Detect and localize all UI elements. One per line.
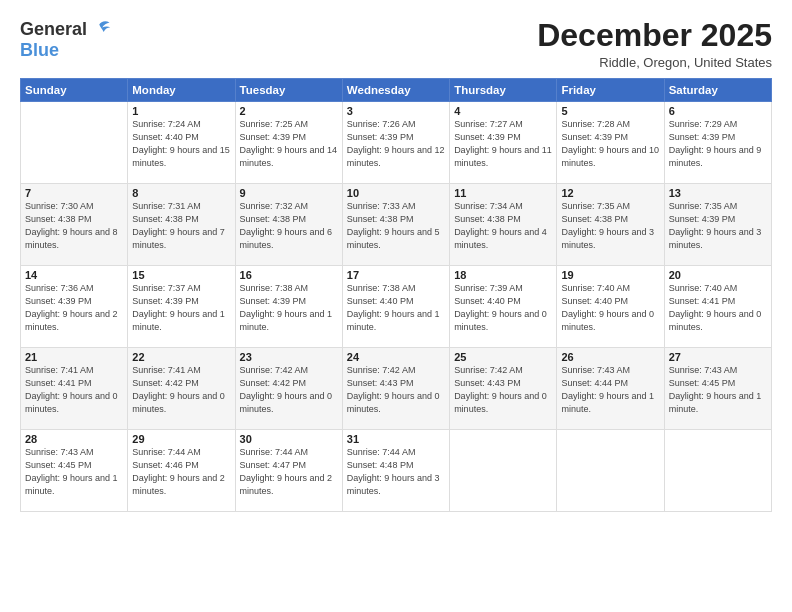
day-info: Sunrise: 7:42 AMSunset: 4:43 PMDaylight:… bbox=[454, 364, 552, 416]
table-row: 21Sunrise: 7:41 AMSunset: 4:41 PMDayligh… bbox=[21, 348, 128, 430]
table-row bbox=[664, 430, 771, 512]
logo-general-text: General bbox=[20, 19, 87, 40]
calendar-week-row: 1Sunrise: 7:24 AMSunset: 4:40 PMDaylight… bbox=[21, 102, 772, 184]
table-row: 22Sunrise: 7:41 AMSunset: 4:42 PMDayligh… bbox=[128, 348, 235, 430]
day-info: Sunrise: 7:40 AMSunset: 4:41 PMDaylight:… bbox=[669, 282, 767, 334]
table-row: 30Sunrise: 7:44 AMSunset: 4:47 PMDayligh… bbox=[235, 430, 342, 512]
day-info: Sunrise: 7:35 AMSunset: 4:39 PMDaylight:… bbox=[669, 200, 767, 252]
table-row: 15Sunrise: 7:37 AMSunset: 4:39 PMDayligh… bbox=[128, 266, 235, 348]
day-info: Sunrise: 7:29 AMSunset: 4:39 PMDaylight:… bbox=[669, 118, 767, 170]
table-row: 23Sunrise: 7:42 AMSunset: 4:42 PMDayligh… bbox=[235, 348, 342, 430]
day-info: Sunrise: 7:24 AMSunset: 4:40 PMDaylight:… bbox=[132, 118, 230, 170]
day-number: 20 bbox=[669, 269, 767, 281]
day-number: 1 bbox=[132, 105, 230, 117]
day-info: Sunrise: 7:38 AMSunset: 4:40 PMDaylight:… bbox=[347, 282, 445, 334]
table-row: 26Sunrise: 7:43 AMSunset: 4:44 PMDayligh… bbox=[557, 348, 664, 430]
table-row bbox=[450, 430, 557, 512]
day-number: 11 bbox=[454, 187, 552, 199]
table-row: 7Sunrise: 7:30 AMSunset: 4:38 PMDaylight… bbox=[21, 184, 128, 266]
day-info: Sunrise: 7:41 AMSunset: 4:41 PMDaylight:… bbox=[25, 364, 123, 416]
header-thursday: Thursday bbox=[450, 79, 557, 102]
day-info: Sunrise: 7:32 AMSunset: 4:38 PMDaylight:… bbox=[240, 200, 338, 252]
day-info: Sunrise: 7:42 AMSunset: 4:42 PMDaylight:… bbox=[240, 364, 338, 416]
table-row bbox=[557, 430, 664, 512]
table-row: 20Sunrise: 7:40 AMSunset: 4:41 PMDayligh… bbox=[664, 266, 771, 348]
table-row: 31Sunrise: 7:44 AMSunset: 4:48 PMDayligh… bbox=[342, 430, 449, 512]
day-info: Sunrise: 7:42 AMSunset: 4:43 PMDaylight:… bbox=[347, 364, 445, 416]
day-number: 31 bbox=[347, 433, 445, 445]
day-number: 17 bbox=[347, 269, 445, 281]
day-info: Sunrise: 7:27 AMSunset: 4:39 PMDaylight:… bbox=[454, 118, 552, 170]
table-row: 16Sunrise: 7:38 AMSunset: 4:39 PMDayligh… bbox=[235, 266, 342, 348]
day-number: 14 bbox=[25, 269, 123, 281]
location-text: Riddle, Oregon, United States bbox=[537, 55, 772, 70]
day-number: 27 bbox=[669, 351, 767, 363]
day-info: Sunrise: 7:40 AMSunset: 4:40 PMDaylight:… bbox=[561, 282, 659, 334]
day-number: 2 bbox=[240, 105, 338, 117]
header-monday: Monday bbox=[128, 79, 235, 102]
day-info: Sunrise: 7:25 AMSunset: 4:39 PMDaylight:… bbox=[240, 118, 338, 170]
header-wednesday: Wednesday bbox=[342, 79, 449, 102]
day-number: 26 bbox=[561, 351, 659, 363]
table-row: 9Sunrise: 7:32 AMSunset: 4:38 PMDaylight… bbox=[235, 184, 342, 266]
table-row: 18Sunrise: 7:39 AMSunset: 4:40 PMDayligh… bbox=[450, 266, 557, 348]
day-number: 13 bbox=[669, 187, 767, 199]
day-info: Sunrise: 7:44 AMSunset: 4:48 PMDaylight:… bbox=[347, 446, 445, 498]
day-number: 24 bbox=[347, 351, 445, 363]
day-number: 9 bbox=[240, 187, 338, 199]
table-row: 8Sunrise: 7:31 AMSunset: 4:38 PMDaylight… bbox=[128, 184, 235, 266]
table-row: 11Sunrise: 7:34 AMSunset: 4:38 PMDayligh… bbox=[450, 184, 557, 266]
day-info: Sunrise: 7:43 AMSunset: 4:44 PMDaylight:… bbox=[561, 364, 659, 416]
day-number: 30 bbox=[240, 433, 338, 445]
table-row: 28Sunrise: 7:43 AMSunset: 4:45 PMDayligh… bbox=[21, 430, 128, 512]
day-info: Sunrise: 7:37 AMSunset: 4:39 PMDaylight:… bbox=[132, 282, 230, 334]
day-info: Sunrise: 7:36 AMSunset: 4:39 PMDaylight:… bbox=[25, 282, 123, 334]
day-info: Sunrise: 7:26 AMSunset: 4:39 PMDaylight:… bbox=[347, 118, 445, 170]
day-info: Sunrise: 7:39 AMSunset: 4:40 PMDaylight:… bbox=[454, 282, 552, 334]
day-number: 8 bbox=[132, 187, 230, 199]
day-number: 15 bbox=[132, 269, 230, 281]
calendar-header-row: Sunday Monday Tuesday Wednesday Thursday… bbox=[21, 79, 772, 102]
day-info: Sunrise: 7:43 AMSunset: 4:45 PMDaylight:… bbox=[669, 364, 767, 416]
day-info: Sunrise: 7:30 AMSunset: 4:38 PMDaylight:… bbox=[25, 200, 123, 252]
day-number: 28 bbox=[25, 433, 123, 445]
day-number: 19 bbox=[561, 269, 659, 281]
page-header: General Blue December 2025 Riddle, Orego… bbox=[20, 18, 772, 70]
day-number: 7 bbox=[25, 187, 123, 199]
day-number: 16 bbox=[240, 269, 338, 281]
table-row: 2Sunrise: 7:25 AMSunset: 4:39 PMDaylight… bbox=[235, 102, 342, 184]
day-info: Sunrise: 7:28 AMSunset: 4:39 PMDaylight:… bbox=[561, 118, 659, 170]
logo-bird-icon bbox=[89, 18, 111, 40]
day-info: Sunrise: 7:35 AMSunset: 4:38 PMDaylight:… bbox=[561, 200, 659, 252]
table-row: 17Sunrise: 7:38 AMSunset: 4:40 PMDayligh… bbox=[342, 266, 449, 348]
day-info: Sunrise: 7:41 AMSunset: 4:42 PMDaylight:… bbox=[132, 364, 230, 416]
day-info: Sunrise: 7:44 AMSunset: 4:47 PMDaylight:… bbox=[240, 446, 338, 498]
day-number: 3 bbox=[347, 105, 445, 117]
table-row: 4Sunrise: 7:27 AMSunset: 4:39 PMDaylight… bbox=[450, 102, 557, 184]
day-info: Sunrise: 7:44 AMSunset: 4:46 PMDaylight:… bbox=[132, 446, 230, 498]
table-row: 24Sunrise: 7:42 AMSunset: 4:43 PMDayligh… bbox=[342, 348, 449, 430]
day-number: 22 bbox=[132, 351, 230, 363]
table-row: 27Sunrise: 7:43 AMSunset: 4:45 PMDayligh… bbox=[664, 348, 771, 430]
day-number: 23 bbox=[240, 351, 338, 363]
day-number: 5 bbox=[561, 105, 659, 117]
day-number: 18 bbox=[454, 269, 552, 281]
day-number: 4 bbox=[454, 105, 552, 117]
header-saturday: Saturday bbox=[664, 79, 771, 102]
table-row: 29Sunrise: 7:44 AMSunset: 4:46 PMDayligh… bbox=[128, 430, 235, 512]
day-info: Sunrise: 7:33 AMSunset: 4:38 PMDaylight:… bbox=[347, 200, 445, 252]
table-row: 5Sunrise: 7:28 AMSunset: 4:39 PMDaylight… bbox=[557, 102, 664, 184]
header-sunday: Sunday bbox=[21, 79, 128, 102]
header-tuesday: Tuesday bbox=[235, 79, 342, 102]
calendar-week-row: 28Sunrise: 7:43 AMSunset: 4:45 PMDayligh… bbox=[21, 430, 772, 512]
day-info: Sunrise: 7:38 AMSunset: 4:39 PMDaylight:… bbox=[240, 282, 338, 334]
table-row: 25Sunrise: 7:42 AMSunset: 4:43 PMDayligh… bbox=[450, 348, 557, 430]
logo: General Blue bbox=[20, 18, 111, 61]
title-section: December 2025 Riddle, Oregon, United Sta… bbox=[537, 18, 772, 70]
table-row: 14Sunrise: 7:36 AMSunset: 4:39 PMDayligh… bbox=[21, 266, 128, 348]
table-row: 1Sunrise: 7:24 AMSunset: 4:40 PMDaylight… bbox=[128, 102, 235, 184]
table-row: 19Sunrise: 7:40 AMSunset: 4:40 PMDayligh… bbox=[557, 266, 664, 348]
table-row: 13Sunrise: 7:35 AMSunset: 4:39 PMDayligh… bbox=[664, 184, 771, 266]
day-number: 21 bbox=[25, 351, 123, 363]
header-friday: Friday bbox=[557, 79, 664, 102]
